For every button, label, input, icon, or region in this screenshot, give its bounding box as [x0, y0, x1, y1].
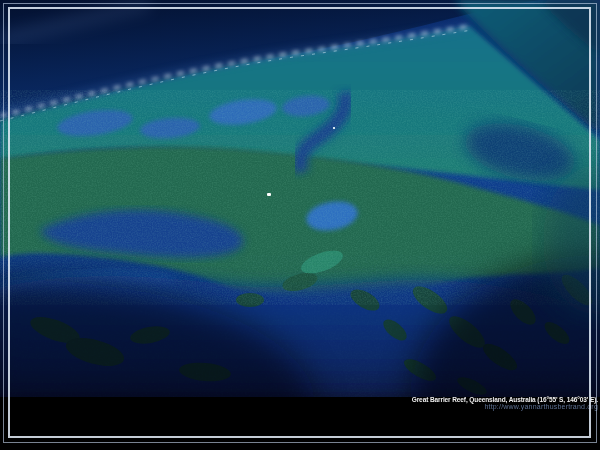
wallpaper: Great Barrier Reef, Queensland, Australi…	[0, 0, 600, 450]
caption-url: http://www.yannarthusbertrand.org	[412, 403, 598, 411]
boat	[267, 193, 271, 196]
reef-aerial-photo	[0, 0, 600, 450]
small-boat	[333, 127, 335, 129]
caption-title: Great Barrier Reef, Queensland, Australi…	[412, 396, 598, 403]
caption: Great Barrier Reef, Queensland, Australi…	[412, 396, 598, 411]
